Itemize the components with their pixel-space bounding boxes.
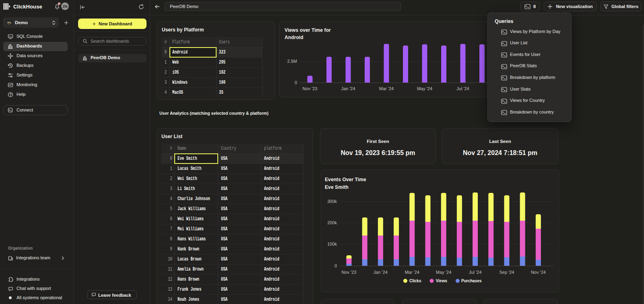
svg-text:Jan '24: Jan '24 xyxy=(374,270,388,275)
svg-text:Jul '24: Jul '24 xyxy=(456,86,469,91)
svg-text:200k: 200k xyxy=(327,220,337,225)
svg-text:300k: 300k xyxy=(327,199,337,204)
svg-text:Sep '24: Sep '24 xyxy=(500,270,514,275)
svg-text:Jan '24: Jan '24 xyxy=(341,86,355,91)
svg-text:Purchases: Purchases xyxy=(461,279,482,283)
svg-text:0: 0 xyxy=(334,263,337,268)
svg-text:Nov '23: Nov '23 xyxy=(303,86,318,91)
svg-text:2.5M: 2.5M xyxy=(287,59,297,64)
svg-text:Mar '24: Mar '24 xyxy=(405,270,419,275)
svg-text:Clicks: Clicks xyxy=(409,279,421,283)
svg-text:Views: Views xyxy=(436,279,448,283)
svg-text:aws: aws xyxy=(7,21,11,23)
svg-text:Mar '24: Mar '24 xyxy=(379,86,394,91)
svg-text:May '24: May '24 xyxy=(417,86,432,91)
svg-text:0: 0 xyxy=(295,80,297,85)
svg-text:100k: 100k xyxy=(327,242,337,246)
svg-text:Nov '24: Nov '24 xyxy=(531,270,546,275)
svg-text:Jul '24: Jul '24 xyxy=(469,270,481,275)
svg-text:May '24: May '24 xyxy=(436,270,451,275)
svg-text:Nov '23: Nov '23 xyxy=(342,270,357,275)
